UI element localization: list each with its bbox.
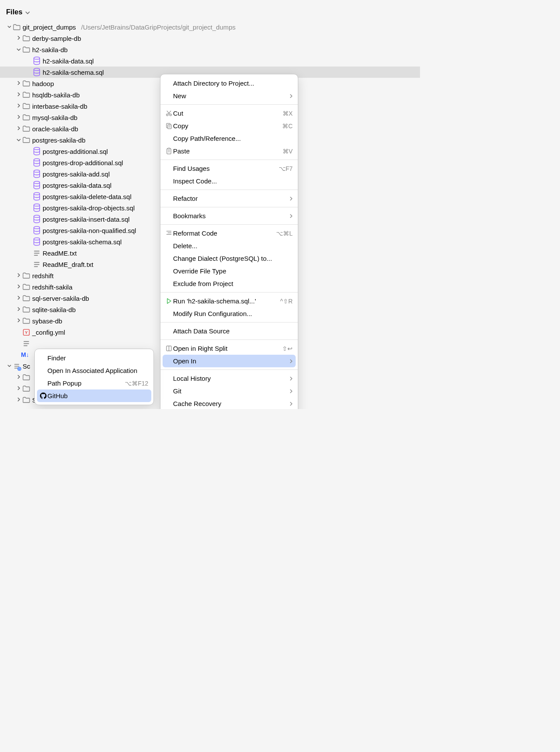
expand-icon[interactable] (16, 81, 22, 86)
menu-item[interactable]: Exclude from Project (160, 277, 298, 290)
chevron-down-icon[interactable] (25, 8, 30, 16)
expand-icon[interactable] (16, 386, 22, 391)
expand-icon[interactable] (16, 307, 22, 312)
tree-item-label: derby-sample-db (32, 35, 81, 42)
tree-root-row[interactable]: git_project_dumps /Users/JetBrains/DataG… (0, 21, 420, 33)
menu-label: Finder (47, 354, 148, 362)
menu-item[interactable]: Override File Type (160, 265, 298, 277)
menu-item[interactable]: Change Dialect (PostgreSQL) to... (160, 252, 298, 265)
menu-item[interactable]: New (160, 90, 298, 102)
menu-label: Change Dialect (PostgreSQL) to... (173, 255, 293, 262)
collapse-icon[interactable] (6, 24, 12, 30)
collapse-icon[interactable] (16, 47, 22, 52)
scissors-icon (165, 110, 173, 116)
tree-item-label: postgres-sakila-add.sql (43, 170, 110, 178)
tree-item-label: postgres-sakila-drop-objects.sql (43, 204, 135, 212)
tree-item-label: postgres-sakila-db (32, 136, 86, 144)
menu-item[interactable]: Open in Right Split⇧↩ (160, 342, 298, 355)
reformat-icon (165, 230, 173, 236)
db-icon (33, 182, 40, 189)
folder-icon (23, 374, 30, 381)
expand-icon[interactable] (16, 92, 22, 97)
collapse-icon[interactable] (16, 137, 22, 143)
menu-item[interactable]: Reformat Code⌥⌘L (160, 227, 298, 240)
chevron-right-icon (290, 213, 293, 220)
chevron-right-icon (290, 358, 293, 365)
menu-item[interactable]: Paste⌘V (160, 145, 298, 157)
expand-icon[interactable] (16, 284, 22, 289)
expand-icon[interactable] (16, 397, 22, 403)
panel-title[interactable]: Files (6, 8, 23, 16)
menu-label: Delete... (173, 242, 289, 250)
menu-item[interactable]: Inspect Code... (160, 175, 298, 187)
tree-item[interactable]: h2-sakila-db (0, 44, 420, 55)
expand-icon[interactable] (16, 115, 22, 120)
tree-item-label: sybase-db (32, 317, 62, 325)
expand-icon[interactable] (16, 318, 22, 323)
menu-label: Attach Directory to Project... (173, 80, 293, 87)
expand-icon[interactable] (16, 36, 22, 41)
github-icon (39, 393, 47, 399)
collapse-icon[interactable] (6, 363, 12, 369)
files-panel-header: Files (0, 0, 420, 21)
submenu-item[interactable]: GitHub (37, 389, 151, 402)
expand-icon[interactable] (16, 375, 22, 380)
chevron-right-icon (290, 375, 293, 382)
svg-point-3 (34, 159, 40, 161)
menu-label: Refactor (173, 195, 286, 202)
svg-point-9 (34, 226, 40, 229)
menu-label: Find Usages (173, 165, 275, 172)
menu-item[interactable]: Delete... (160, 240, 298, 252)
folder-icon (23, 272, 30, 280)
folder-icon (23, 91, 30, 99)
db-icon (33, 227, 40, 234)
menu-item[interactable]: Modify Run Configuration... (160, 307, 298, 320)
chevron-right-icon (290, 400, 293, 407)
menu-item[interactable]: Cut⌘X (160, 107, 298, 120)
menu-item[interactable]: Attach Data Source (160, 325, 298, 337)
menu-item[interactable]: Bookmarks (160, 210, 298, 222)
expand-icon[interactable] (16, 103, 22, 109)
menu-item[interactable]: Attach Directory to Project... (160, 77, 298, 90)
tree-item-label: postgres-sakila-schema.sql (43, 238, 122, 246)
tree-root-name: git_project_dumps (23, 23, 76, 31)
context-menu: Attach Directory to Project...NewCut⌘XCo… (160, 74, 298, 409)
tree-item-label: redshift-sakila (32, 283, 73, 291)
tree-item-label: sqlite-sakila-db (32, 306, 76, 313)
menu-item[interactable]: Refactor (160, 192, 298, 205)
folder-icon (23, 46, 30, 53)
expand-icon[interactable] (16, 126, 22, 131)
tree-item-label: hadoop (32, 80, 54, 87)
menu-item[interactable]: Run 'h2-sakila-schema.sql...'^⇧R (160, 295, 298, 307)
menu-item[interactable]: Open In (163, 355, 296, 367)
submenu-item[interactable]: Open In Associated Application (35, 364, 153, 377)
db-icon (33, 148, 40, 155)
expand-icon[interactable] (16, 296, 22, 301)
tree-item[interactable]: derby-sample-db (0, 33, 420, 44)
submenu-item[interactable]: Path Popup⌥⌘F12 (35, 377, 153, 389)
menu-item[interactable]: Find Usages⌥F7 (160, 162, 298, 175)
tree-item-label: h2-sakila-data.sql (43, 57, 94, 65)
menu-item[interactable]: Copy Path/Reference... (160, 132, 298, 145)
folder-icon (23, 114, 30, 121)
menu-item[interactable]: Cache Recovery (160, 397, 298, 409)
folder-icon (23, 35, 30, 42)
menu-shortcut: ⌘X (283, 110, 293, 117)
menu-item[interactable]: Local History (160, 372, 298, 385)
menu-label: New (173, 92, 286, 100)
submenu-item[interactable]: Finder (35, 352, 153, 364)
menu-label: Open in Right Split (173, 345, 279, 352)
db-icon (33, 57, 40, 65)
menu-divider (160, 322, 298, 323)
menu-divider (160, 224, 298, 225)
tree-item[interactable]: h2-sakila-data.sql (0, 55, 420, 67)
menu-label: Bookmarks (173, 212, 286, 220)
menu-label: Inspect Code... (173, 177, 293, 185)
menu-item[interactable]: Git (160, 385, 298, 397)
menu-item[interactable]: Copy⌘C (160, 120, 298, 132)
menu-label: Attach Data Source (173, 327, 293, 335)
expand-icon[interactable] (16, 273, 22, 278)
folder-icon (23, 396, 30, 404)
db-icon (33, 204, 40, 212)
tree-item-label: interbase-sakila-db (32, 103, 87, 110)
